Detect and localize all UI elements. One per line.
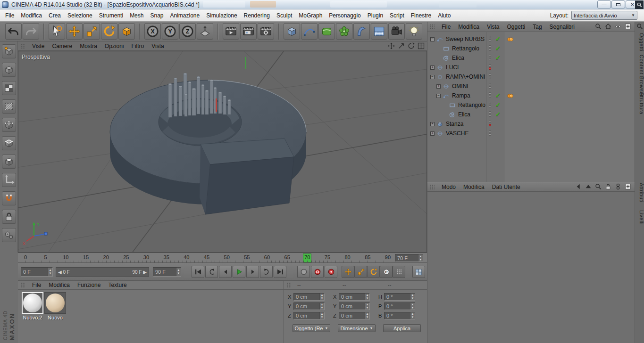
menu-sculpt[interactable]: Sculpt — [273, 9, 295, 21]
visibility-dots[interactable] — [489, 111, 492, 118]
attribute-menu-modo[interactable]: Modo — [438, 184, 460, 190]
rotate-tool-button[interactable] — [101, 23, 117, 40]
autokey-button[interactable] — [325, 266, 337, 278]
side-tab-attributi[interactable]: Attributi — [635, 183, 644, 203]
maximize-button[interactable] — [611, 0, 625, 8]
edges-mode-button[interactable] — [2, 136, 16, 150]
record-gray-button[interactable] — [297, 266, 310, 278]
lock-icon[interactable] — [604, 183, 612, 190]
play-backwards-button[interactable] — [205, 266, 218, 278]
coord-size-field-x-stepper[interactable]: ▲▼ — [365, 294, 369, 300]
undo-button[interactable] — [5, 23, 22, 40]
add-panel-icon[interactable] — [624, 23, 632, 30]
menu-plugin[interactable]: Plugin — [364, 9, 386, 21]
coord-position-field-z-stepper[interactable]: ▲▼ — [319, 312, 324, 319]
snap-button[interactable] — [2, 191, 16, 205]
visibility-dots[interactable] — [489, 74, 492, 80]
viewport-menu-camere[interactable]: Camere — [48, 43, 76, 49]
viewport-menu-vista[interactable]: Vista — [148, 43, 167, 49]
start-frame-field-stepper[interactable]: ▲▼ — [48, 268, 52, 276]
applica-button[interactable]: Applica — [383, 324, 421, 332]
make-editable-button[interactable] — [2, 44, 16, 58]
viewport-menu-opzioni[interactable]: Opzioni — [101, 43, 128, 49]
tree-row-vasche[interactable]: +VASCHE — [427, 129, 635, 138]
visibility-dots[interactable] — [489, 92, 492, 99]
coord-size-field-y-stepper[interactable]: ▲▼ — [365, 303, 369, 310]
layout-dropdown[interactable]: Interfaccia di Avvio ▼ — [571, 11, 637, 20]
redo-button[interactable] — [23, 23, 39, 40]
light-button[interactable] — [406, 23, 422, 40]
object-manager-menu-modifica[interactable]: Modifica — [454, 24, 483, 30]
search-icon[interactable] — [636, 23, 644, 30]
enabled-check-icon[interactable]: ✓ — [495, 92, 501, 99]
keyframe-icon[interactable] — [614, 183, 622, 190]
visibility-dots[interactable] — [489, 64, 492, 71]
prev-frame-button[interactable] — [219, 266, 232, 278]
home-icon[interactable] — [604, 23, 612, 30]
collapse-toggle[interactable]: − — [430, 75, 435, 79]
coord-rotation-field-p[interactable]: 0 °▲▼ — [384, 302, 415, 310]
menu-aiuto[interactable]: Aiuto — [435, 9, 454, 21]
attribute-menu-dati-utente[interactable]: Dati Utente — [488, 184, 524, 190]
enabled-check-icon[interactable]: ✓ — [495, 45, 501, 52]
menu-script[interactable]: Script — [386, 9, 408, 21]
lock-workplane-button[interactable] — [2, 210, 16, 224]
menu-crea[interactable]: Crea — [45, 9, 64, 21]
visibility-dots[interactable] — [489, 83, 492, 90]
render-view-button[interactable] — [223, 23, 239, 40]
coord-rotation-field-p-stepper[interactable]: ▲▼ — [410, 303, 415, 310]
menu-modifica[interactable]: Modifica — [17, 9, 45, 21]
rotate-view-icon[interactable] — [407, 42, 415, 50]
menu-selezione[interactable]: Selezione — [64, 9, 96, 21]
object-manager-menu-vista[interactable]: Vista — [483, 24, 503, 30]
search-icon[interactable] — [594, 183, 602, 190]
goto-start-button[interactable] — [192, 266, 204, 278]
coord-position-field-y[interactable]: 0 cm▲▼ — [293, 302, 325, 310]
object-manager-menu-oggetti[interactable]: Oggetti — [503, 24, 529, 30]
scale-tool-button[interactable] — [84, 23, 100, 40]
texture-mode-button[interactable] — [2, 81, 16, 95]
next-frame-button[interactable] — [246, 266, 259, 278]
phong-tag-icon[interactable] — [507, 36, 514, 43]
menu-personaggio[interactable]: Personaggio — [326, 9, 364, 21]
coord-rotation-field-h[interactable]: 0 °▲▼ — [384, 293, 415, 301]
back-icon[interactable] — [575, 183, 582, 190]
viewport-menu-mostra[interactable]: Mostra — [76, 43, 101, 49]
last-tool-button[interactable] — [118, 23, 135, 40]
material-menu-modifica[interactable]: Modifica — [45, 282, 74, 288]
tree-row-sweep-nurbs[interactable]: −Sweep NURBS✓ — [427, 34, 635, 44]
enabled-check-icon[interactable]: ✓ — [495, 54, 501, 61]
visibility-dots[interactable] — [489, 55, 492, 61]
material-menu-file[interactable]: File — [28, 282, 45, 288]
side-tab-livelli[interactable]: Livelli — [635, 210, 644, 225]
enabled-check-icon[interactable]: ✓ — [495, 101, 501, 108]
nurbs-generator-button[interactable] — [318, 23, 335, 40]
tree-row-rettangolo[interactable]: Rettangolo✓ — [427, 44, 635, 53]
deformer-button[interactable] — [353, 23, 370, 40]
expand-toggle[interactable]: + — [430, 65, 435, 70]
workplane-mode-button[interactable] — [2, 99, 16, 114]
visibility-dots[interactable] — [489, 45, 492, 52]
viewport-menu-filtro[interactable]: Filtro — [128, 43, 148, 49]
timeline-ruler[interactable]: 05101520253035404550556065707580859070 F… — [18, 253, 427, 263]
expand-toggle[interactable]: + — [430, 131, 435, 136]
end-frame-field[interactable]: 90 F▲▼ — [153, 267, 181, 277]
side-tab-struttura[interactable]: Struttura — [635, 92, 644, 114]
key-position-button[interactable] — [342, 266, 354, 278]
visibility-dots[interactable] — [489, 130, 492, 137]
end-frame-field-stepper[interactable]: ▲▼ — [176, 268, 181, 276]
tree-row-omini[interactable]: +OMINI — [427, 82, 635, 91]
key-pla-button[interactable] — [393, 266, 405, 278]
material-menu-funzione[interactable]: Funzione — [74, 282, 104, 288]
tree-row-rampa[interactable]: −Rampa✓ — [427, 91, 635, 100]
lock-x-button[interactable]: X — [144, 23, 161, 40]
coord-size-field-x[interactable]: 0 cm▲▼ — [339, 293, 370, 301]
coord-rotation-field-h-stepper[interactable]: ▲▼ — [410, 294, 415, 300]
search-icon[interactable] — [594, 23, 602, 30]
add-panel-icon[interactable] — [624, 183, 632, 190]
primitive-cube-button[interactable] — [284, 23, 300, 40]
modeling-generator-button[interactable] — [336, 23, 352, 40]
visibility-dots[interactable] — [489, 121, 492, 127]
play-button[interactable] — [233, 266, 245, 278]
expand-toggle[interactable]: + — [430, 122, 435, 126]
